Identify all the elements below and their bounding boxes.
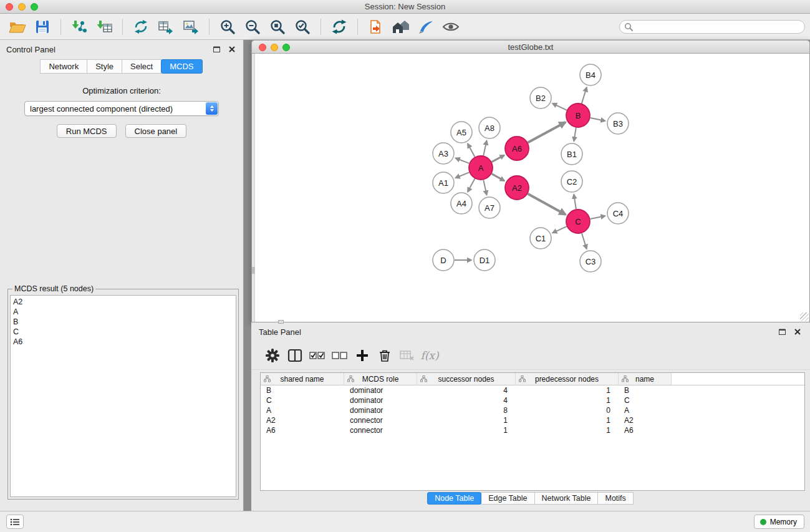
column-header-predecessor-nodes[interactable]: predecessor nodes <box>516 373 619 385</box>
edge-B-B1[interactable] <box>574 128 576 142</box>
window-resize-handle[interactable] <box>800 312 809 321</box>
export-network-button[interactable] <box>128 16 153 37</box>
memory-button[interactable]: Memory <box>754 515 804 529</box>
open-session-document-button[interactable] <box>364 16 388 37</box>
edge-A-A5[interactable] <box>468 143 475 157</box>
tab-motifs[interactable]: Motifs <box>597 492 633 505</box>
delete-table-button[interactable] <box>396 344 418 367</box>
run-mcds-button[interactable]: Run MCDS <box>57 124 117 138</box>
node-A6[interactable]: A6 <box>505 137 529 160</box>
node-C[interactable]: C <box>566 210 590 233</box>
result-item[interactable]: A6 <box>13 337 233 347</box>
node-A4[interactable]: A4 <box>451 193 472 214</box>
unselect-all-columns-button[interactable] <box>329 344 351 367</box>
edge-B-B2[interactable] <box>552 104 567 110</box>
zoom-selected-button[interactable] <box>290 16 315 37</box>
edge-C-C1[interactable] <box>552 226 567 233</box>
node-B1[interactable]: B1 <box>561 143 582 165</box>
annotation-button[interactable] <box>413 16 438 37</box>
tab-mcds[interactable]: MCDS <box>161 59 202 74</box>
close-table-panel-button[interactable] <box>793 327 803 337</box>
table-row[interactable]: Adominator80A <box>261 405 804 415</box>
result-item[interactable]: A <box>13 307 233 317</box>
edge-B-B3[interactable] <box>591 118 605 121</box>
result-item[interactable]: C <box>13 327 233 337</box>
node-C3[interactable]: C3 <box>580 251 601 272</box>
export-table-button[interactable] <box>153 16 178 37</box>
column-header-successor-nodes[interactable]: successor nodes <box>417 373 516 385</box>
column-header-shared-name[interactable]: shared name <box>261 373 344 385</box>
table-row[interactable]: A6connector11A6 <box>261 425 804 435</box>
node-A3[interactable]: A3 <box>433 143 454 164</box>
node-D[interactable]: D <box>433 249 454 271</box>
network-canvas[interactable]: B4B2BB3A8A5A6A3B1AC2A1A2A4A7C4CC1C3DD1 <box>251 54 810 322</box>
column-header-name[interactable]: name <box>619 373 672 385</box>
node-C2[interactable]: C2 <box>561 171 582 192</box>
node-A8[interactable]: A8 <box>479 117 500 138</box>
node-B3[interactable]: B3 <box>607 113 629 134</box>
close-panel-action-button[interactable]: Close panel <box>125 124 187 138</box>
save-session-button[interactable] <box>30 16 55 37</box>
node-A2[interactable]: A2 <box>505 176 529 200</box>
node-D1[interactable]: D1 <box>474 249 495 271</box>
float-table-panel-button[interactable] <box>777 327 787 337</box>
edge-A-A3[interactable] <box>456 158 470 163</box>
task-history-button[interactable] <box>6 515 24 529</box>
edge-A-A6[interactable] <box>492 155 504 162</box>
zoom-in-button[interactable] <box>215 16 240 37</box>
node-A7[interactable]: A7 <box>479 197 500 218</box>
edge-A-A2[interactable] <box>492 174 504 181</box>
tab-node-table[interactable]: Node Table <box>427 492 481 505</box>
export-image-button[interactable] <box>178 16 203 37</box>
close-panel-button[interactable] <box>227 44 237 54</box>
open-session-button[interactable] <box>5 16 30 37</box>
optimization-criterion-select[interactable]: largest connected component (directed) <box>24 101 219 116</box>
import-network-button[interactable] <box>67 16 92 37</box>
splitter-handle[interactable] <box>252 267 255 274</box>
edge-A2-C[interactable] <box>528 194 566 215</box>
edge-A-A7[interactable] <box>483 180 486 195</box>
tab-network[interactable]: Network <box>40 59 87 74</box>
edge-A-A8[interactable] <box>483 141 486 156</box>
node-B2[interactable]: B2 <box>530 87 551 109</box>
table-row[interactable]: Bdominator41B <box>261 385 804 395</box>
node-A[interactable]: A <box>469 156 493 180</box>
tab-edge-table[interactable]: Edge Table <box>481 492 534 505</box>
node-A5[interactable]: A5 <box>451 122 472 143</box>
horizontal-splitter-handle[interactable] <box>278 320 284 324</box>
import-table-button[interactable] <box>92 16 117 37</box>
edge-A-A4[interactable] <box>468 179 475 192</box>
result-item[interactable]: A2 <box>13 297 233 307</box>
network-window-titlebar[interactable]: testGlobe.txt <box>251 40 810 54</box>
edge-C-C3[interactable] <box>582 233 587 249</box>
float-panel-button[interactable] <box>211 44 221 54</box>
add-column-button[interactable] <box>351 344 374 367</box>
canvas-splitter[interactable] <box>252 54 255 322</box>
node-B4[interactable]: B4 <box>580 64 601 85</box>
table-row[interactable]: A2connector11A2 <box>261 415 804 425</box>
delete-column-button[interactable] <box>374 344 396 367</box>
column-header-mcds-role[interactable]: MCDS role <box>344 373 417 385</box>
zoom-fit-button[interactable] <box>265 16 290 37</box>
select-all-columns-button[interactable] <box>306 344 329 367</box>
result-item[interactable]: B <box>13 317 233 327</box>
edge-B-B4[interactable] <box>582 87 587 104</box>
edge-C-C4[interactable] <box>591 216 605 219</box>
graphics-details-button[interactable] <box>438 16 463 37</box>
tab-select[interactable]: Select <box>122 59 162 74</box>
show-columns-button[interactable] <box>284 344 306 367</box>
node-A1[interactable]: A1 <box>433 172 454 193</box>
table-row[interactable]: Cdominator41C <box>261 395 804 405</box>
table-settings-button[interactable] <box>261 344 284 367</box>
node-B[interactable]: B <box>566 104 590 127</box>
node-C4[interactable]: C4 <box>607 203 629 224</box>
tab-network-table[interactable]: Network Table <box>534 492 599 505</box>
edge-C-C2[interactable] <box>574 195 576 209</box>
refresh-view-button[interactable] <box>327 16 352 37</box>
tab-style[interactable]: Style <box>87 59 122 74</box>
edge-A-A1[interactable] <box>455 172 469 178</box>
function-builder-button[interactable]: f(x) <box>418 344 441 367</box>
edge-A6-B[interactable] <box>528 122 566 143</box>
zoom-out-button[interactable] <box>240 16 265 37</box>
home-button[interactable] <box>388 16 413 37</box>
